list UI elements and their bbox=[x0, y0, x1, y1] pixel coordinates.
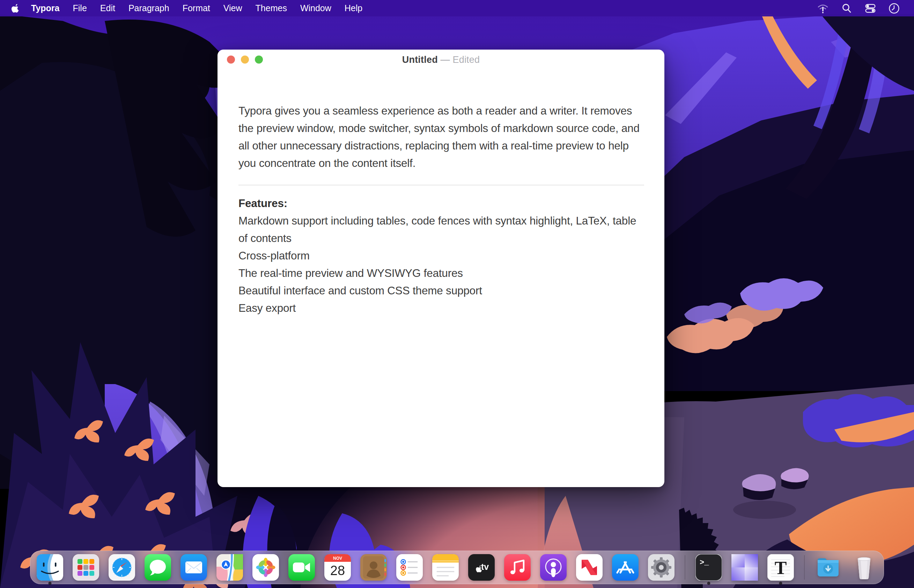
apple-tv-label: tv bbox=[481, 562, 489, 572]
terminal-running-indicator bbox=[707, 582, 711, 585]
menu-item-paragraph[interactable]: Paragraph bbox=[122, 0, 176, 16]
feature-item: Beautiful interface and custom CSS theme… bbox=[239, 282, 644, 299]
dock-news-icon[interactable] bbox=[576, 554, 602, 581]
dock-messages-icon[interactable] bbox=[145, 554, 171, 581]
menu-item-view[interactable]: View bbox=[217, 0, 249, 16]
control-center-icon[interactable] bbox=[864, 2, 876, 14]
menu-item-file[interactable]: File bbox=[66, 0, 94, 16]
dock-divider bbox=[804, 555, 805, 580]
intro-paragraph: Typora gives you a seamless experience a… bbox=[239, 102, 644, 172]
dock-notes-icon[interactable] bbox=[432, 554, 459, 581]
clock-icon[interactable] bbox=[888, 2, 900, 14]
close-button[interactable] bbox=[227, 55, 235, 63]
dock-image-file-icon[interactable] bbox=[732, 554, 758, 581]
menu-app-name[interactable]: Typora bbox=[24, 0, 66, 16]
apple-menu-icon[interactable] bbox=[11, 3, 20, 14]
finder-running-indicator bbox=[48, 582, 52, 585]
terminal-prompt-glyph: >_ bbox=[700, 558, 709, 567]
calendar-month: NOV bbox=[333, 556, 342, 561]
menu-bar-status-area bbox=[817, 2, 914, 14]
traffic-lights bbox=[227, 55, 263, 63]
horizontal-rule bbox=[239, 185, 644, 186]
dock-launchpad-icon[interactable] bbox=[73, 554, 99, 581]
dock-safari-icon[interactable] bbox=[108, 554, 135, 581]
dock-maps-icon[interactable] bbox=[216, 554, 243, 581]
dock-podcasts-icon[interactable] bbox=[540, 554, 567, 581]
typora-t-glyph: T bbox=[775, 558, 787, 578]
dock-finder-icon[interactable] bbox=[37, 554, 63, 581]
window-title: Untitled — Edited bbox=[218, 55, 664, 65]
zoom-button[interactable] bbox=[255, 55, 263, 63]
menu-bar-left: Typora File Edit Paragraph Format View T… bbox=[0, 0, 369, 16]
dock-calendar-icon[interactable]: NOV 28 bbox=[325, 554, 351, 581]
dock-system-settings-icon[interactable] bbox=[648, 554, 675, 581]
dock-typora-icon[interactable]: T bbox=[767, 554, 794, 581]
menu-item-edit[interactable]: Edit bbox=[94, 0, 122, 16]
menu-bar: Typora File Edit Paragraph Format View T… bbox=[0, 0, 914, 16]
minimize-button[interactable] bbox=[241, 55, 249, 63]
typora-window: Untitled — Edited Typora gives you a sea… bbox=[218, 50, 664, 487]
feature-item: Cross-platform bbox=[239, 247, 644, 264]
dock-music-icon[interactable] bbox=[504, 554, 531, 581]
menu-item-format[interactable]: Format bbox=[176, 0, 217, 16]
dock-downloads-icon[interactable] bbox=[815, 554, 841, 581]
title-separator: — bbox=[441, 55, 450, 65]
dock-terminal-icon[interactable]: >_ bbox=[696, 554, 722, 581]
features-heading: Features: bbox=[239, 194, 644, 212]
spotlight-search-icon[interactable] bbox=[841, 2, 853, 14]
calendar-day: 28 bbox=[330, 563, 345, 578]
dock-trash-icon[interactable] bbox=[851, 554, 877, 581]
document-title: Untitled bbox=[402, 55, 438, 65]
desktop: Typora File Edit Paragraph Format View T… bbox=[0, 0, 914, 588]
menu-item-help[interactable]: Help bbox=[338, 0, 369, 16]
dock: NOV 28 bbox=[30, 551, 884, 584]
dock-apple-tv-icon[interactable]: tv bbox=[468, 554, 495, 581]
wifi-alert-icon[interactable] bbox=[817, 2, 829, 14]
dock-mail-icon[interactable] bbox=[181, 554, 207, 581]
dock-reminders-icon[interactable] bbox=[396, 554, 423, 581]
menu-item-window[interactable]: Window bbox=[294, 0, 338, 16]
menu-item-themes[interactable]: Themes bbox=[249, 0, 294, 16]
dock-divider bbox=[685, 555, 685, 580]
typora-running-indicator bbox=[779, 582, 782, 585]
editor-area[interactable]: Typora gives you a seamless experience a… bbox=[239, 102, 644, 317]
window-titlebar[interactable]: Untitled — Edited bbox=[218, 50, 664, 70]
dock-photos-icon[interactable] bbox=[252, 554, 279, 581]
edited-badge: Edited bbox=[452, 55, 480, 65]
feature-item: The real-time preview and WYSIWYG featur… bbox=[239, 264, 644, 282]
dock-contacts-icon[interactable] bbox=[360, 554, 387, 581]
feature-item: Markdown support including tables, code … bbox=[239, 212, 644, 247]
dock-facetime-icon[interactable] bbox=[288, 554, 315, 581]
dock-app-store-icon[interactable] bbox=[612, 554, 639, 581]
feature-item: Easy export bbox=[239, 299, 644, 317]
